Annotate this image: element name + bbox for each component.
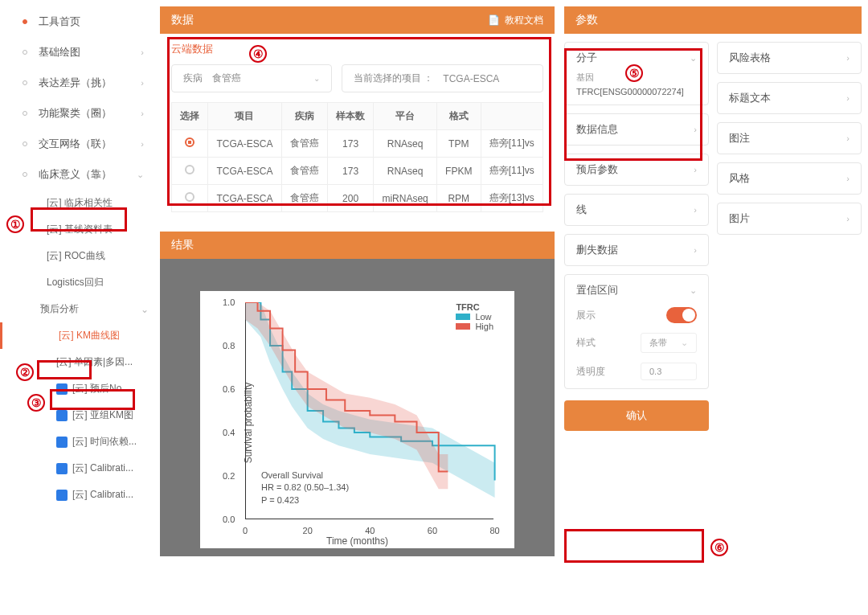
- param-toggle[interactable]: 预后参数 ›: [576, 162, 697, 177]
- y-tick: 0.0: [223, 515, 235, 524]
- cloud-data-title: 云端数据: [171, 42, 543, 56]
- sidebar-label: 表达差异（挑）: [39, 76, 112, 90]
- prognosis-label: 预后分析: [40, 302, 79, 316]
- opacity-row: 透明度0.3: [576, 363, 697, 380]
- sidebar-subitem[interactable]: [云] 时间依赖...: [0, 428, 157, 455]
- sidebar-subitem[interactable]: [云] 预后No...: [0, 375, 157, 402]
- toggle-switch[interactable]: [666, 307, 697, 323]
- param-toggle[interactable]: 图片 ›: [729, 211, 850, 226]
- param-group: 置信区间 ⌄ 展示 样式条带⌄ 透明度0.3: [564, 274, 709, 389]
- bullet-icon: [23, 50, 27, 55]
- sidebar-subitem[interactable]: [云] 基线资料表: [0, 216, 157, 243]
- table-header: 平台: [374, 103, 437, 130]
- param-toggle[interactable]: 置信区间 ⌄: [576, 283, 697, 297]
- table-header: [481, 103, 542, 130]
- module-icon: [56, 383, 68, 395]
- sidebar-subitem[interactable]: [云] 临床相关性: [0, 190, 157, 216]
- radio-icon[interactable]: [185, 165, 194, 174]
- param-toggle[interactable]: 删失数据 ›: [576, 243, 697, 257]
- opacity-input[interactable]: 0.3: [641, 363, 697, 380]
- y-tick: 1.0: [223, 297, 235, 307]
- param-toggle[interactable]: 分子 ⌄: [576, 51, 697, 65]
- sidebar-subitem[interactable]: [云] KM曲线图: [0, 322, 157, 349]
- table-header: 疾病: [281, 103, 327, 130]
- sidebar-subitem[interactable]: [云] ROC曲线: [0, 243, 157, 269]
- confirm-button[interactable]: 确认: [564, 400, 709, 431]
- doc-link[interactable]: 📄 教程文档: [488, 14, 543, 27]
- chevron-icon: ›: [846, 214, 850, 223]
- data-panel-body: 云端数据 疾病 食管癌 ⌄ 当前选择的项目 ： TCGA-ESCA: [160, 34, 555, 220]
- sidebar-label: 交互网络（联）: [39, 137, 112, 151]
- sidebar-item-0[interactable]: 工具首页: [0, 6, 157, 37]
- sidebar-item-4[interactable]: 交互网络（联） ›: [0, 129, 157, 159]
- chevron-icon: ›: [141, 109, 144, 118]
- param-toggle[interactable]: 风险表格 ›: [729, 51, 850, 65]
- chevron-icon: ›: [694, 205, 697, 215]
- data-panel-header: 数据 📄 教程文档: [160, 6, 555, 34]
- y-tick: 0.8: [223, 341, 235, 351]
- km-lines: [245, 302, 510, 519]
- sidebar-item-5[interactable]: 临床意义（靠） ⌄: [0, 159, 157, 190]
- y-tick: 0.6: [223, 384, 235, 394]
- param-group: 风格 ›: [717, 162, 862, 195]
- sidebar-subitem[interactable]: [云] Calibrati...: [0, 455, 157, 482]
- chevron-down-icon: ⌄: [681, 338, 688, 348]
- param-group: 风险表格 ›: [717, 42, 862, 74]
- project-display: 当前选择的项目 ： TCGA-ESCA: [342, 64, 543, 92]
- result-panel-header: 结果: [160, 232, 555, 259]
- sidebar-label: 临床意义（靠）: [39, 167, 112, 182]
- main: 数据 📄 教程文档 云端数据 疾病 食管癌 ⌄: [157, 0, 868, 563]
- gene-field-label: 基因: [576, 72, 697, 84]
- param-group: 标题文本 ›: [717, 82, 862, 114]
- x-tick: 20: [303, 526, 313, 535]
- param-toggle[interactable]: 图注 ›: [729, 131, 850, 146]
- sidebar-label: 功能聚类（圈）: [39, 106, 112, 121]
- bullet-icon: [23, 19, 27, 24]
- chevron-icon: ›: [141, 78, 144, 88]
- radio-icon[interactable]: [185, 137, 194, 147]
- center-column: 数据 📄 教程文档 云端数据 疾病 食管癌 ⌄: [160, 6, 555, 556]
- param-group: 预后参数 ›: [564, 154, 709, 186]
- chevron-icon: ⌄: [137, 170, 144, 180]
- style-select[interactable]: 条带⌄: [641, 333, 697, 353]
- table-header: 格式: [436, 103, 481, 130]
- table-row[interactable]: TCGA-ESCA食管癌 173RNAseq TPM癌旁[11]vs: [172, 130, 543, 158]
- x-tick: 40: [365, 526, 375, 535]
- data-panel: 数据 📄 教程文档 云端数据 疾病 食管癌 ⌄: [160, 6, 555, 220]
- module-icon: [56, 410, 68, 421]
- params-body: 分子 ⌄基因 TFRC[ENSG00000072274] 数据信息 › 预后参数…: [564, 42, 862, 431]
- sidebar-subitem[interactable]: [云] Calibrati...: [0, 482, 157, 508]
- sidebar-subitem[interactable]: [云] 单因素|多因...: [0, 349, 157, 375]
- param-toggle[interactable]: 线 ›: [576, 203, 697, 217]
- chevron-icon: ⌄: [690, 285, 697, 296]
- chevron-icon: ›: [694, 245, 697, 255]
- sidebar-subitem[interactable]: [云] 亚组KM图: [0, 402, 157, 428]
- x-axis-label: Time (months): [326, 535, 388, 547]
- disease-select[interactable]: 疾病 食管癌 ⌄: [171, 64, 332, 92]
- sidebar-subitem[interactable]: Logistics回归: [0, 269, 157, 296]
- param-toggle[interactable]: 风格 ›: [729, 171, 850, 186]
- y-tick: 0.2: [223, 471, 235, 481]
- chevron-icon: ›: [694, 125, 697, 134]
- document-icon: 📄: [488, 14, 500, 26]
- module-icon: [56, 490, 68, 501]
- table-row[interactable]: TCGA-ESCA食管癌 200miRNAseq RPM癌旁[13]vs: [172, 185, 543, 212]
- module-icon: [56, 437, 68, 448]
- params-column: 参数 分子 ⌄基因 TFRC[ENSG00000072274] 数据信息 › 预…: [564, 6, 862, 556]
- bullet-icon: [23, 141, 27, 146]
- sidebar-item-2[interactable]: 表达差异（挑） ›: [0, 68, 157, 98]
- sidebar-item-3[interactable]: 功能聚类（圈） ›: [0, 98, 157, 129]
- gene-field-value: TFRC[ENSG00000072274]: [576, 87, 697, 96]
- style-select-row: 样式条带⌄: [576, 333, 697, 353]
- sidebar-item-prognosis[interactable]: 预后分析 ⌄: [0, 296, 157, 322]
- result-panel: 结果 Survival probability Time (months) TF…: [160, 232, 555, 556]
- chevron-icon: ›: [141, 47, 144, 57]
- table-row[interactable]: TCGA-ESCA食管癌 173RNAseq FPKM癌旁[11]vs: [172, 158, 543, 185]
- table-header: 项目: [208, 103, 281, 130]
- y-tick: 0.4: [223, 428, 235, 437]
- sidebar-item-1[interactable]: 基础绘图 ›: [0, 37, 157, 68]
- table-header: 选择: [172, 103, 208, 130]
- param-toggle[interactable]: 标题文本 ›: [729, 91, 850, 105]
- radio-icon[interactable]: [185, 192, 194, 202]
- param-toggle[interactable]: 数据信息 ›: [576, 122, 697, 137]
